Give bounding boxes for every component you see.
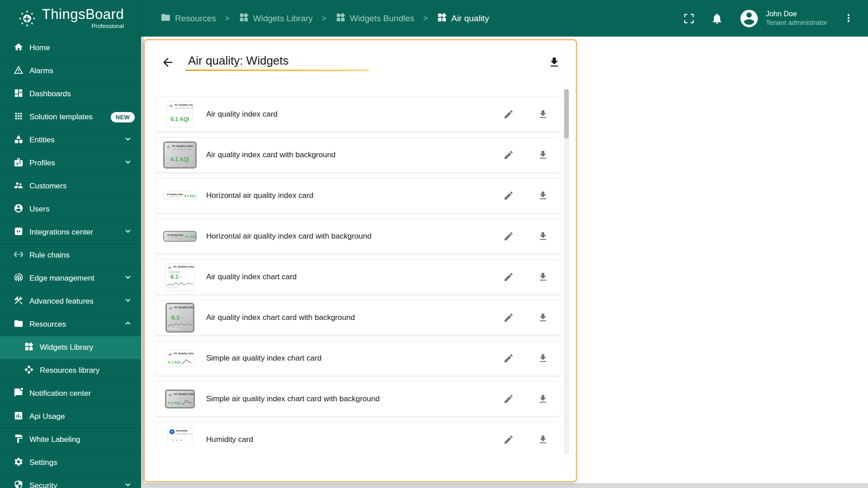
sidebar-item-rule-chains[interactable]: Rule chains (0, 244, 141, 267)
breadcrumb-item-widgets-library[interactable]: Widgets Library (239, 12, 313, 25)
widget-row-air-quality-index-card-with-background[interactable]: Air Quality IndexLast update 1d ago6.1 A… (155, 137, 561, 173)
user-menu[interactable]: John Doe Tenant administrator (739, 8, 827, 29)
download-widget-icon[interactable] (538, 353, 548, 364)
app-logo[interactable]: ThingsBoard Professional (0, 0, 141, 37)
sidebar-item-white-labeling[interactable]: White Labeling (0, 428, 141, 451)
row-actions (503, 231, 548, 242)
download-widget-icon[interactable] (538, 434, 548, 445)
widget-label: Simple air quality index chart card (206, 354, 321, 363)
sidebar-item-notification-center[interactable]: Notification center (0, 382, 141, 405)
integration-icon (14, 226, 24, 239)
widget-row-air-quality-index-chart-card-with-background[interactable]: Air Quality Index6.1AQI≈ Air quality ind… (155, 300, 561, 335)
scrollbar-thumb[interactable] (564, 89, 569, 139)
sidebar-item-customers[interactable]: Customers (0, 175, 141, 198)
breadcrumb-item-resources[interactable]: Resources (160, 12, 216, 25)
edit-pencil-icon[interactable] (503, 353, 514, 364)
edit-pencil-icon[interactable] (503, 394, 514, 404)
sidebar-item-solution-templates[interactable]: Solution templatesNEW (0, 106, 141, 129)
chevron-down-icon[interactable] (123, 157, 133, 169)
chevron-down-icon[interactable] (123, 134, 133, 146)
edit-pencil-icon[interactable] (503, 312, 514, 323)
sidebar-item-security[interactable]: Security (0, 474, 141, 488)
row-actions (503, 394, 548, 404)
thumb-title: Air Quality Index (174, 306, 194, 309)
sidebar-item-label: Edge management (29, 274, 94, 283)
kebab-menu-icon[interactable] (843, 12, 855, 25)
breadcrumb-item-air-quality[interactable]: Air quality (437, 12, 489, 25)
thumb-aqi-value: 6.1 AQI (168, 360, 180, 364)
download-widget-icon[interactable] (538, 272, 548, 282)
edit-pencil-icon[interactable] (503, 109, 514, 120)
sidebar-item-resources-library[interactable]: Resources library (0, 359, 141, 382)
widget-label: Air quality index chart card with backgr… (206, 313, 355, 322)
breadcrumb-separator: > (222, 14, 232, 23)
breadcrumb: Resources>Widgets Library>Widgets Bundle… (141, 12, 489, 25)
widget-row-humidity-card[interactable]: HumidityLast update 1d ago• • •Humidity … (155, 422, 561, 445)
sidebar-item-dashboards[interactable]: Dashboards (0, 83, 141, 106)
edit-pencil-icon[interactable] (503, 231, 514, 242)
notifications-bell-icon[interactable] (711, 12, 723, 25)
sidebar-item-edge-management[interactable]: Edge management (0, 267, 141, 290)
breadcrumb-item-widgets-bundles[interactable]: Widgets Bundles (335, 12, 415, 25)
download-bundle-icon[interactable] (548, 56, 561, 69)
content-gutter-bottom (141, 483, 868, 488)
row-actions (503, 190, 548, 201)
sidebar-item-label: Widgets Library (40, 343, 93, 352)
sidebar-item-profiles[interactable]: Profiles (0, 152, 141, 175)
chevron-down-icon[interactable] (123, 272, 133, 285)
sidebar-item-label: Advanced features (29, 297, 94, 306)
edit-pencil-icon[interactable] (503, 190, 514, 201)
widget-row-horizontal-air-quality-index-card[interactable]: Air Quality IndexLast update 1d ago6.1 A… (155, 178, 561, 213)
widget-thumbnail: Air Quality IndexLast update 1d ago6.1 A… (162, 231, 198, 242)
sidebar-item-alarms[interactable]: Alarms (0, 60, 141, 83)
sidebar-item-widgets-library[interactable]: Widgets Library (0, 336, 141, 359)
widget-row-simple-air-quality-index-chart-card[interactable]: Air Quality Index6.1 AQISimple air quali… (155, 341, 561, 376)
chevron-down-icon[interactable] (123, 296, 133, 308)
download-widget-icon[interactable] (538, 231, 548, 242)
sidebar-item-advanced-features[interactable]: Advanced features (0, 290, 141, 313)
widgets-icon (24, 342, 34, 354)
edit-pencil-icon[interactable] (503, 434, 514, 445)
sidebar-item-users[interactable]: Users (0, 198, 141, 221)
widget-thumbnail: Air Quality IndexLast update 1d ago6.1 A… (162, 101, 198, 127)
thumb-subtitle: Last update 1d ago (175, 107, 193, 109)
widget-row-air-quality-index-card[interactable]: Air Quality IndexLast update 1d ago6.1 A… (155, 97, 561, 132)
download-widget-icon[interactable] (538, 190, 548, 201)
widget-row-air-quality-index-chart-card[interactable]: Air Quality Index6.1AQI≈ Air quality ind… (155, 259, 561, 295)
sidebar-item-api-usage[interactable]: Api Usage (0, 405, 141, 428)
sidebar-item-home[interactable]: Home (0, 37, 141, 60)
thumb-title: Air Quality Index (173, 265, 194, 268)
folder-icon (14, 319, 24, 331)
widget-thumbnail: Air Quality IndexLast update 1d ago6.1 A… (162, 192, 198, 200)
breadcrumb-separator: > (319, 14, 329, 23)
back-arrow-icon[interactable] (161, 56, 175, 69)
thumb-aqi-value: 6.1 AQI (184, 194, 195, 197)
download-widget-icon[interactable] (538, 109, 548, 120)
download-widget-icon[interactable] (538, 312, 548, 323)
chevron-down-icon[interactable] (123, 226, 133, 239)
notification-icon (14, 388, 24, 400)
sidebar-item-settings[interactable]: Settings (0, 451, 141, 474)
sidebar-item-resources[interactable]: Resources (0, 313, 141, 336)
download-widget-icon[interactable] (538, 150, 548, 160)
list-scrollbar[interactable] (564, 89, 569, 455)
breadcrumb-separator: > (420, 14, 430, 23)
sidebar-item-label: Resources (29, 320, 66, 329)
download-widget-icon[interactable] (538, 394, 548, 404)
row-actions (503, 109, 548, 120)
widget-row-simple-air-quality-index-chart-card-with-background[interactable]: Air Quality Index6.1 AQISimple air quali… (155, 381, 561, 417)
thumb-aqi-value: 6.1 AQI (167, 116, 193, 122)
fullscreen-icon[interactable] (683, 12, 695, 25)
sidebar-item-integrations-center[interactable]: Integrations center (0, 221, 141, 244)
edit-pencil-icon[interactable] (503, 272, 514, 282)
sidebar-item-entities[interactable]: Entities (0, 129, 141, 152)
user-name: John Doe (766, 9, 827, 19)
humidity-drop-icon (170, 429, 175, 434)
widget-row-horizontal-air-quality-index-card-with-background[interactable]: Air Quality IndexLast update 1d ago6.1 A… (155, 219, 561, 254)
chevron-up-icon[interactable] (123, 319, 133, 331)
widget-thumbnail: HumidityLast update 1d ago• • • (162, 427, 198, 445)
sidebar-item-label: Entities (29, 136, 55, 145)
edit-pencil-icon[interactable] (503, 150, 514, 160)
app-subtitle: Professional (92, 23, 124, 29)
chevron-down-icon[interactable] (123, 480, 133, 488)
